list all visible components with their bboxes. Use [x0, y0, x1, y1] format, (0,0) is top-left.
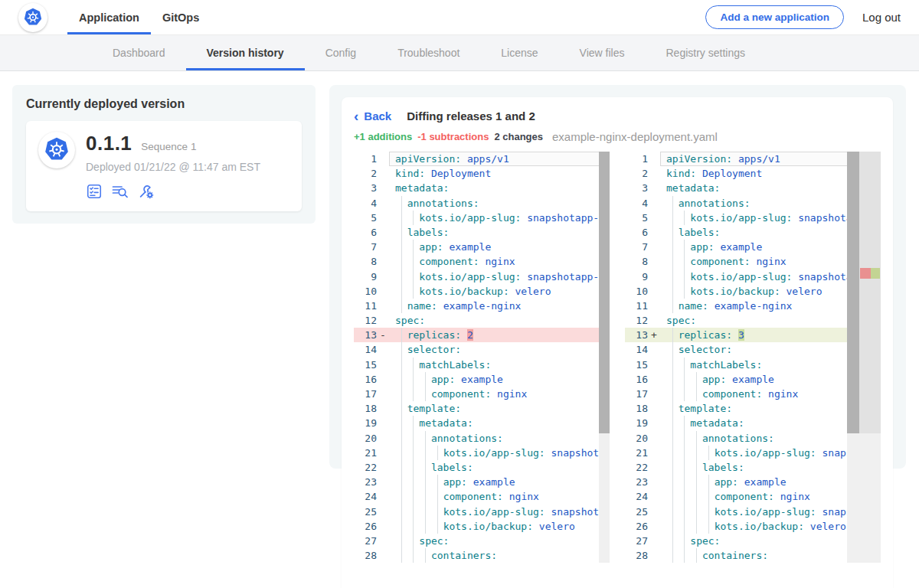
diff-sign — [377, 401, 389, 416]
line-number: 13 — [625, 328, 648, 342]
diff-sign — [648, 299, 660, 313]
header-tab-application[interactable]: Application — [67, 0, 151, 34]
subnav-tab-license[interactable]: License — [480, 35, 558, 70]
diff-sign: - — [377, 328, 389, 342]
code-text: selector: — [389, 342, 610, 357]
code-text: metadata: — [389, 181, 610, 195]
diff-line-right-6: 6 labels: — [625, 225, 881, 240]
diff-sign — [377, 431, 389, 446]
diff-line-left-5: 5 kots.io/app-slug: snapshotapp-mu — [354, 211, 610, 225]
line-number: 15 — [625, 358, 648, 372]
diff-line-right-18: 18 template: — [625, 401, 881, 416]
line-number: 5 — [354, 211, 377, 225]
diff-line-left-13: 13- replicas: 2 — [354, 328, 610, 342]
release-notes-icon[interactable] — [111, 182, 129, 201]
subnav-tab-version-history[interactable]: Version history — [186, 35, 305, 70]
back-button[interactable]: ‹ Back — [354, 109, 391, 122]
diff-sign — [648, 225, 660, 240]
subnav-tab-troubleshoot[interactable]: Troubleshoot — [377, 35, 480, 70]
diff-sign — [377, 358, 389, 372]
diff-sign — [648, 166, 660, 181]
line-number: 24 — [625, 489, 648, 504]
diff-sign — [377, 534, 389, 548]
diff-line-right-20: 20 annotations: — [625, 431, 881, 446]
preflight-checks-icon[interactable] — [86, 183, 103, 200]
subnav-tab-dashboard[interactable]: Dashboard — [92, 35, 186, 70]
diff-sign — [648, 475, 660, 489]
scrollbar-thumb[interactable] — [599, 152, 610, 433]
diff-line-right-13: 13+ replicas: 3 — [625, 328, 881, 342]
code-text: annotations: — [389, 431, 610, 446]
sequence-label: Sequence 1 — [141, 141, 196, 152]
diff-sign — [648, 284, 660, 299]
code-text: containers: — [389, 548, 610, 563]
code-text: kots.io/app-slug: snapshotapp-mu — [389, 211, 610, 225]
version-action-icons — [86, 182, 260, 201]
diff-sign — [377, 225, 389, 240]
code-text: labels: — [389, 460, 610, 475]
diff-line-left-12: 12spec: — [354, 313, 610, 328]
diff-sign — [377, 416, 389, 430]
diff-title: Diffing releases 1 and 2 — [407, 109, 535, 122]
chevron-left-icon: ‹ — [354, 110, 358, 122]
diff-line-left-28: 28 containers: — [354, 548, 610, 563]
diff-line-right-22: 22 labels: — [625, 460, 881, 475]
diff-card: ‹ Back Diffing releases 1 and 2 +1 addit… — [342, 97, 893, 588]
line-number: 23 — [354, 475, 377, 489]
line-number: 8 — [354, 254, 377, 269]
diff-sign — [377, 196, 389, 211]
diff-line-left-15: 15 matchLabels: — [354, 358, 610, 372]
deployed-card-title: Currently deployed version — [26, 97, 302, 111]
diff-line-left-22: 22 labels: — [354, 460, 610, 475]
add-application-button[interactable]: Add a new application — [705, 5, 844, 29]
diff-sign — [377, 166, 389, 181]
diff-line-left-7: 7 app: example — [354, 240, 610, 254]
subnav-tab-config[interactable]: Config — [305, 35, 377, 70]
diff-sign — [648, 416, 660, 430]
line-number: 27 — [354, 534, 377, 548]
diff-line-right-10: 10 kots.io/backup: velero — [625, 284, 881, 299]
diff-line-right-1: 1apiVersion: apps/v1 — [625, 152, 881, 166]
diff-sign — [377, 372, 389, 387]
diff-sign — [648, 358, 660, 372]
diff-line-left-1: 1apiVersion: apps/v1 — [354, 152, 610, 166]
code-text: matchLabels: — [389, 358, 610, 372]
logout-link[interactable]: Log out — [862, 11, 901, 24]
subnav-tab-view-files[interactable]: View files — [559, 35, 646, 70]
line-number: 9 — [625, 270, 648, 284]
header-tab-gitops[interactable]: GitOps — [151, 0, 211, 34]
scrollbar-thumb[interactable] — [847, 152, 859, 433]
line-number: 18 — [354, 401, 377, 416]
diff-line-left-21: 21 kots.io/app-slug: snapshotap — [354, 446, 610, 460]
diff-sign — [648, 548, 660, 563]
diff-sign — [377, 254, 389, 269]
header-tabs: ApplicationGitOps — [67, 0, 211, 34]
line-number: 4 — [625, 196, 648, 211]
subnav-tab-registry-settings[interactable]: Registry settings — [645, 35, 765, 70]
version-details: 0.1.1 Sequence 1 Deployed 01/21/22 @ 11:… — [86, 132, 260, 201]
line-number: 7 — [354, 240, 377, 254]
diff-sign — [377, 240, 389, 254]
app-header: ApplicationGitOps Add a new application … — [0, 0, 919, 35]
diff-line-left-17: 17 component: nginx — [354, 387, 610, 401]
added-marker — [871, 268, 880, 279]
diff-pane-left: 1apiVersion: apps/v12kind: Deployment3me… — [354, 152, 610, 563]
code-text: annotations: — [389, 196, 610, 211]
line-number: 21 — [354, 446, 377, 460]
diff-line-right-28: 28 containers: — [625, 548, 881, 563]
line-number: 5 — [625, 211, 648, 225]
line-number: 1 — [354, 152, 377, 166]
header-spacer — [211, 0, 705, 34]
config-icon[interactable] — [138, 183, 155, 200]
diff-sign — [377, 489, 389, 504]
line-number: 11 — [354, 299, 377, 313]
line-number: 3 — [625, 181, 648, 195]
line-number: 11 — [625, 299, 648, 313]
code-text: app: example — [389, 372, 610, 387]
diff-sign — [648, 387, 660, 401]
code-text: component: nginx — [389, 387, 610, 401]
diff-sign — [648, 489, 660, 504]
diff-line-left-2: 2kind: Deployment — [354, 166, 610, 181]
currently-deployed-card: Currently deployed version 0.1.1 Sequenc… — [12, 85, 316, 224]
code-text: kots.io/backup: velero — [389, 284, 610, 299]
